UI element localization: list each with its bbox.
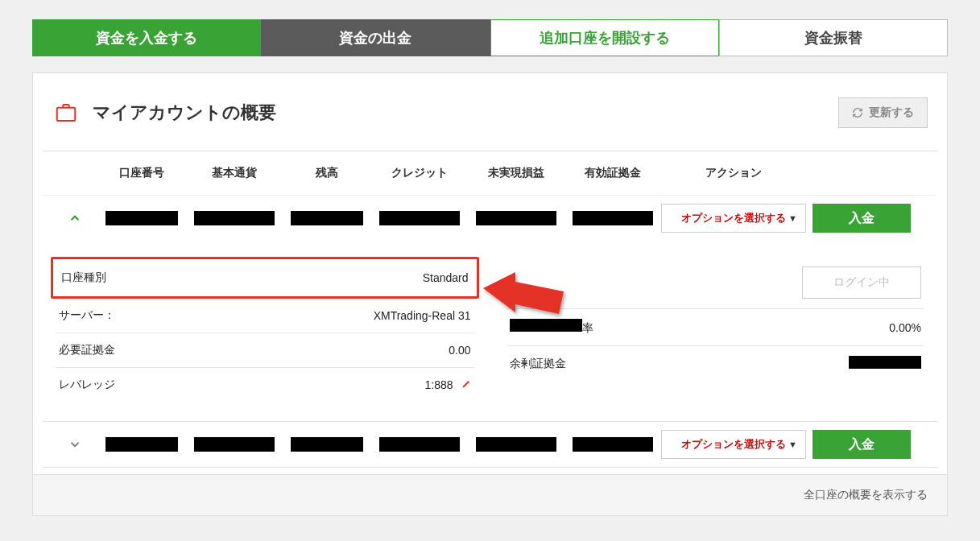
panel-footer: 全口座の概要を表示する [33, 474, 947, 515]
tab-transfer[interactable]: 資金振替 [719, 19, 948, 56]
table-header-row: 口座番号 基本通貨 残高 クレジット 未実現損益 有効証拠金 アクション [43, 151, 937, 195]
svg-rect-0 [57, 108, 76, 121]
refresh-button[interactable]: 更新する [838, 97, 928, 128]
panel-title: マイアカウントの概要 [93, 101, 276, 125]
chevron-up-icon[interactable] [68, 211, 82, 225]
show-all-accounts-link[interactable]: 全口座の概要を表示する [804, 488, 928, 502]
chevron-down-icon[interactable] [68, 437, 82, 452]
pencil-icon[interactable] [461, 379, 471, 389]
redacted-value [849, 356, 921, 369]
th-unrealized: 未実現損益 [468, 166, 564, 180]
tab-new-account[interactable]: 追加口座を開設する [490, 19, 719, 56]
th-credit: クレジット [371, 166, 468, 180]
redacted-cell [573, 211, 653, 225]
briefcase-icon [52, 101, 80, 125]
deposit-button[interactable]: 入金 [813, 204, 911, 233]
account-row-2: オプションを選択する▼ 入金 [43, 421, 937, 468]
top-tabs: 資金を入金する 資金の出金 追加口座を開設する 資金振替 [0, 0, 980, 56]
detail-account-type: 口座種別 Standard [51, 257, 479, 299]
panel-header: マイアカウントの概要 更新する [33, 73, 947, 138]
th-equity: 有効証拠金 [564, 166, 661, 180]
redacted-cell [379, 437, 460, 452]
detail-rate: 率 0.00% [507, 309, 925, 346]
account-details: 口座種別 Standard サーバー： XMTrading-Real 31 必要… [52, 247, 928, 421]
redacted-cell [291, 211, 363, 225]
deposit-button[interactable]: 入金 [813, 430, 911, 459]
redacted-cell [573, 437, 653, 452]
th-account-no: 口座番号 [97, 166, 186, 180]
redacted-cell [476, 211, 556, 225]
option-select[interactable]: オプションを選択する▼ [661, 430, 806, 459]
detail-margin-required: 必要証拠金 0.00 [56, 333, 474, 368]
option-select[interactable]: オプションを選択する▼ [661, 204, 806, 233]
redacted-cell [194, 211, 275, 225]
detail-server: サーバー： XMTrading-Real 31 [56, 299, 474, 333]
redacted-cell [476, 437, 556, 452]
redacted-cell [105, 211, 178, 225]
redacted-cell [379, 211, 460, 225]
account-row-1: オプションを選択する▼ 入金 [43, 195, 937, 241]
account-summary-panel: マイアカウントの概要 更新する 口座番号 基本通貨 残高 クレジット 未実現損益… [32, 72, 948, 516]
th-balance: 残高 [283, 166, 371, 180]
th-action: アクション [661, 166, 806, 180]
caret-down-icon: ▼ [788, 213, 797, 223]
redacted-cell [105, 437, 178, 452]
login-badge: ログイン中 [802, 266, 921, 299]
detail-free-margin: 余剰証拠金 [507, 346, 925, 381]
th-base-ccy: 基本通貨 [186, 166, 283, 180]
redacted-label [510, 319, 582, 332]
tab-withdraw[interactable]: 資金の出金 [261, 19, 490, 56]
redacted-cell [291, 437, 363, 452]
detail-leverage: レバレッジ 1:888 [56, 368, 474, 402]
tab-deposit[interactable]: 資金を入金する [32, 19, 261, 56]
redacted-cell [194, 437, 275, 452]
refresh-icon [852, 107, 863, 118]
detail-login-status: ログイン中 [507, 257, 925, 309]
caret-down-icon: ▼ [788, 440, 797, 449]
